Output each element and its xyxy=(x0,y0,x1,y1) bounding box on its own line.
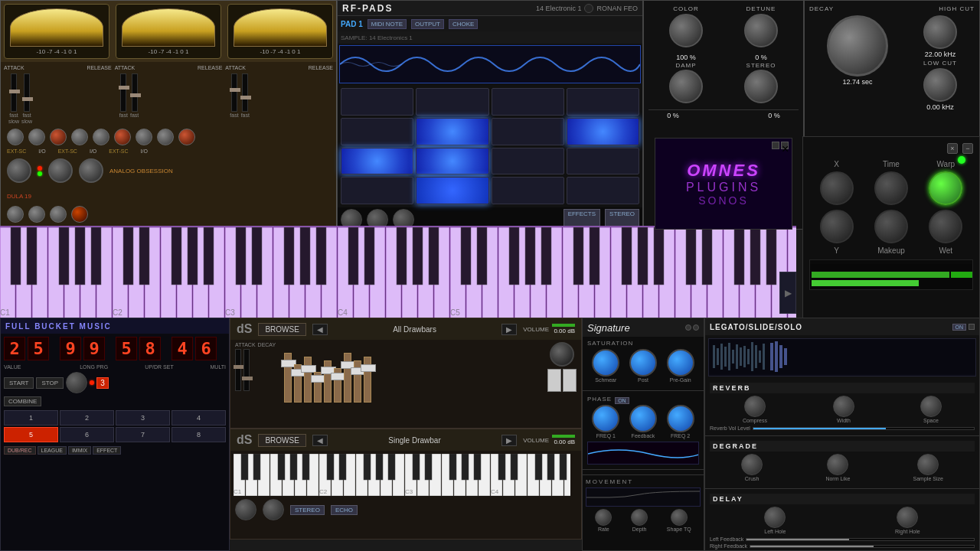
db-prev-btn-2[interactable]: ◀ xyxy=(312,435,328,446)
rf-pad-1[interactable] xyxy=(341,88,413,116)
post-knob[interactable] xyxy=(629,349,657,377)
gain-knob-3[interactable] xyxy=(178,129,195,145)
db2-echo-btn[interactable]: ECHO xyxy=(331,505,358,515)
drawbar-6[interactable] xyxy=(334,368,341,403)
fb-num-5[interactable]: 5 xyxy=(4,427,58,442)
drawbar-9[interactable] xyxy=(364,357,371,403)
main-knob-2[interactable] xyxy=(48,158,73,183)
fb-num-2[interactable]: 2 xyxy=(60,410,114,425)
attack-slider-1[interactable]: fast slow xyxy=(8,73,19,124)
rf-pad-4[interactable] xyxy=(567,88,639,116)
color-knob[interactable] xyxy=(669,14,703,47)
width-knob[interactable] xyxy=(833,396,854,417)
crush-knob[interactable] xyxy=(741,454,763,475)
warp-knob[interactable] xyxy=(929,171,962,205)
lefthole-knob[interactable] xyxy=(764,507,786,528)
fb-num-1[interactable]: 1 xyxy=(4,410,58,425)
decay-knob[interactable] xyxy=(827,15,888,77)
io-knob-3[interactable] xyxy=(157,129,174,145)
sig-btn-2[interactable] xyxy=(693,324,699,331)
drawbar-1[interactable] xyxy=(284,353,292,403)
sig-btn-1[interactable] xyxy=(685,324,691,331)
damp-knob[interactable] xyxy=(669,70,703,103)
ext-sc-knob-3[interactable] xyxy=(136,129,152,145)
stereo-knob[interactable] xyxy=(744,70,778,103)
io-knob-2[interactable] xyxy=(93,129,109,145)
rf-pad-13[interactable] xyxy=(341,177,413,204)
makeup-knob[interactable] xyxy=(874,210,908,243)
depth-knob[interactable] xyxy=(631,509,648,526)
fb-start-btn[interactable]: START xyxy=(4,377,34,389)
rf-pad-7[interactable] xyxy=(492,118,564,145)
omnes-minimize-btn[interactable] xyxy=(772,142,779,149)
fb-pitch-knob[interactable] xyxy=(66,372,87,393)
omnes-close-btn[interactable]: × xyxy=(781,142,789,149)
attack-fader[interactable] xyxy=(235,349,241,391)
warp-minimize-btn[interactable]: − xyxy=(962,143,973,154)
main-knob-1[interactable] xyxy=(7,158,31,183)
pregain-knob[interactable] xyxy=(667,349,694,377)
rf-pad-12[interactable] xyxy=(567,148,639,175)
rate-knob[interactable] xyxy=(595,509,612,526)
rf-midi-btn[interactable]: MIDI NOTE xyxy=(368,19,407,29)
freq2-knob[interactable] xyxy=(667,405,694,432)
sample-mode-btn[interactable]: ON xyxy=(952,324,967,331)
ext-sc-knob-1[interactable] xyxy=(7,129,24,145)
schmear-knob[interactable] xyxy=(592,349,619,377)
rf-pad-16[interactable] xyxy=(567,177,639,204)
db2-knob-2[interactable] xyxy=(263,499,284,520)
rf-pad-11[interactable] xyxy=(492,148,564,175)
rf-pad-8[interactable] xyxy=(567,118,639,145)
fb-num-4[interactable]: 4 xyxy=(172,410,226,425)
db-next-btn-1[interactable]: ▶ xyxy=(501,324,517,335)
time-knob[interactable] xyxy=(874,171,908,205)
ext-sc-knob-2[interactable] xyxy=(71,129,88,145)
x-knob[interactable] xyxy=(820,171,854,205)
scroll-arrow-right[interactable]: ▶ xyxy=(779,272,796,314)
db2-stereo-btn[interactable]: STEREO xyxy=(290,505,325,515)
lowcut-knob[interactable] xyxy=(923,68,957,102)
fb-num-7[interactable]: 7 xyxy=(116,427,170,442)
rf-pad-10[interactable] xyxy=(416,148,488,175)
piano-keys[interactable]: // This SVG is static for layout xyxy=(0,227,796,318)
rf-pad-14[interactable] xyxy=(416,177,488,204)
highcut-knob[interactable] xyxy=(923,15,957,49)
drawbar-7[interactable] xyxy=(344,353,351,403)
decay-fader[interactable] xyxy=(243,349,250,391)
ob-knob-1[interactable] xyxy=(7,206,24,223)
db-main-knob[interactable] xyxy=(550,342,574,367)
fb-num-3[interactable]: 3 xyxy=(116,410,170,425)
fb-dub-btn[interactable]: DUB/REC xyxy=(4,446,36,455)
db-browse-btn-2[interactable]: BROWSE xyxy=(258,434,305,447)
freq1-knob[interactable] xyxy=(592,405,619,432)
rf-pad-2[interactable] xyxy=(416,88,488,116)
rf-output-btn[interactable]: OUTPUT xyxy=(411,19,444,29)
y-knob[interactable] xyxy=(820,210,854,243)
fb-immix-btn[interactable]: IMMIX xyxy=(68,446,91,455)
rf-choke-btn[interactable]: CHOKE xyxy=(449,19,478,29)
sample-close-btn[interactable] xyxy=(969,324,975,330)
attack-slider-2[interactable]: fast xyxy=(119,73,128,118)
rf-pad-6[interactable] xyxy=(416,118,488,145)
rf-pad-15[interactable] xyxy=(492,177,564,204)
main-knob-3[interactable] xyxy=(79,158,103,183)
fb-league-btn[interactable]: LEAGUE xyxy=(38,446,67,455)
righthole-knob[interactable] xyxy=(897,507,918,528)
rf-pad-3[interactable] xyxy=(492,88,564,116)
gain-knob-1[interactable] xyxy=(50,129,67,145)
drawbar-5[interactable] xyxy=(324,360,332,403)
db-fader-1[interactable] xyxy=(547,369,561,392)
fb-num-6[interactable]: 6 xyxy=(60,427,114,442)
db-next-btn-2[interactable]: ▶ xyxy=(501,435,517,446)
rf-pad-5[interactable] xyxy=(341,118,413,145)
right-feedback-slider[interactable] xyxy=(750,545,975,548)
feedback-knob[interactable] xyxy=(629,405,657,432)
release-slider-2[interactable]: fast xyxy=(130,73,139,118)
rev-vol-slider[interactable] xyxy=(753,427,975,430)
samplesize-knob[interactable] xyxy=(917,454,939,475)
ob-knob-3[interactable] xyxy=(50,206,67,223)
gain-knob-2[interactable] xyxy=(114,129,131,145)
release-slider-3[interactable]: fast xyxy=(241,73,250,118)
wet-knob[interactable] xyxy=(929,210,962,243)
left-feedback-slider[interactable] xyxy=(746,538,975,541)
